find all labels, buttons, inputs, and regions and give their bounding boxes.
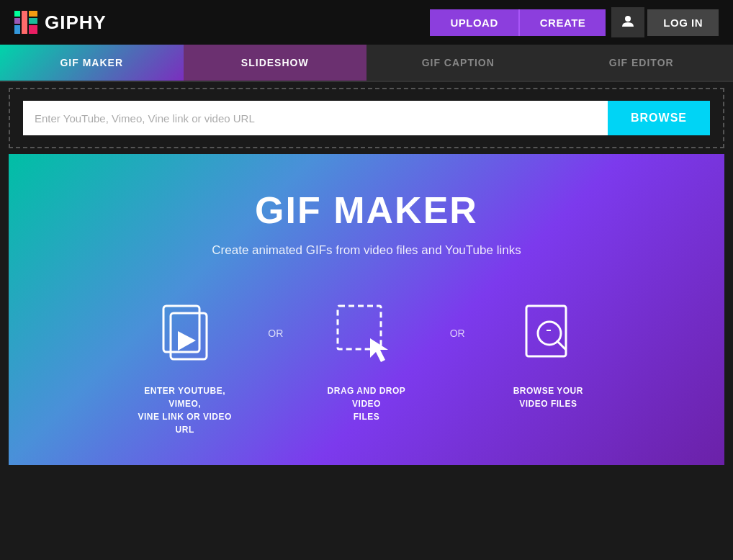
drag-drop-label: DRAG AND DROP VIDEOFILES xyxy=(316,384,417,423)
icon-block-enter-url: ENTER YOUTUBE, VIMEO,VINE LINK OR VIDEO … xyxy=(114,295,255,436)
or-text-2: OR xyxy=(437,328,478,339)
browse-files-label: BROWSE YOUR VIDEO FILES xyxy=(498,384,598,410)
tabs-nav: GIF MAKER SLIDESHOW GIF CAPTION GIF EDIT… xyxy=(0,45,733,82)
create-button[interactable]: CREATE xyxy=(518,9,606,36)
or-text-1: OR xyxy=(255,328,296,339)
logo-text: GIPHY xyxy=(45,12,107,34)
svg-rect-6 xyxy=(29,25,37,34)
svg-rect-1 xyxy=(14,18,20,24)
svg-rect-3 xyxy=(22,11,27,34)
tab-slideshow[interactable]: SLIDESHOW xyxy=(184,45,367,81)
upload-button[interactable]: UPLOAD xyxy=(430,9,518,36)
svg-rect-2 xyxy=(14,25,20,34)
main-subtitle: Create animated GIFs from video files an… xyxy=(212,243,521,258)
tab-gif-maker[interactable]: GIF MAKER xyxy=(0,45,184,81)
icons-row: ENTER YOUTUBE, VIMEO,VINE LINK OR VIDEO … xyxy=(114,295,619,436)
giphy-logo-icon xyxy=(14,11,37,34)
tab-gif-caption[interactable]: GIF CAPTION xyxy=(366,45,550,81)
svg-line-15 xyxy=(557,341,565,349)
browse-button[interactable]: BROWSE xyxy=(608,101,710,135)
svg-point-7 xyxy=(625,16,631,22)
logo-area: GIPHY xyxy=(14,11,107,34)
enter-url-label: ENTER YOUTUBE, VIMEO,VINE LINK OR VIDEO … xyxy=(135,384,235,436)
svg-rect-5 xyxy=(29,18,37,24)
url-input[interactable] xyxy=(23,101,608,135)
svg-marker-10 xyxy=(178,331,196,351)
main-content: GIF MAKER Create animated GIFs from vide… xyxy=(9,154,724,465)
enter-url-icon xyxy=(142,295,228,374)
header-right: UPLOAD CREATE LOG IN xyxy=(430,7,719,37)
user-icon xyxy=(621,14,634,27)
tab-gif-editor[interactable]: GIF EDITOR xyxy=(550,45,734,81)
icon-block-drag-drop: DRAG AND DROP VIDEOFILES xyxy=(296,295,436,423)
svg-rect-4 xyxy=(29,11,37,17)
user-icon-button[interactable] xyxy=(611,7,644,37)
url-drop-zone: BROWSE xyxy=(9,88,724,148)
header: GIPHY UPLOAD CREATE LOG IN xyxy=(0,0,733,45)
drag-drop-icon xyxy=(323,295,410,374)
browse-files-icon xyxy=(505,295,591,374)
svg-marker-12 xyxy=(370,338,388,362)
icon-block-browse: BROWSE YOUR VIDEO FILES xyxy=(478,295,619,410)
svg-rect-0 xyxy=(14,11,20,17)
login-button[interactable]: LOG IN xyxy=(647,9,719,36)
url-input-row: BROWSE xyxy=(23,101,710,135)
main-title: GIF MAKER xyxy=(255,189,478,232)
